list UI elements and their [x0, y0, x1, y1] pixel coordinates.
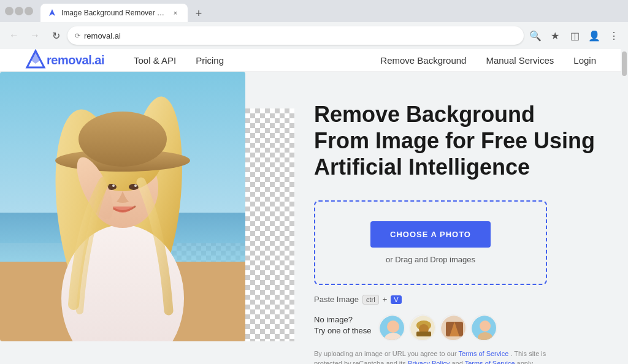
new-tab-button[interactable]: + — [190, 5, 207, 22]
thumb-2-svg — [410, 316, 436, 341]
bookmark-star-button[interactable]: ★ — [546, 26, 564, 45]
toolbar-actions: 🔍 ★ ◫ 👤 ⋮ — [526, 26, 623, 45]
svg-point-10 — [78, 112, 167, 167]
browser-titlebar: − □ × Image Background Remover | R... × … — [0, 0, 628, 22]
address-text: removal.ai — [84, 31, 516, 40]
hero-section: Remove Background From Image for Free Us… — [0, 72, 621, 364]
nav-manual-services[interactable]: Manual Services — [486, 55, 554, 66]
logo-text: removal.ai — [47, 53, 104, 67]
tab-close-button[interactable]: × — [170, 8, 180, 18]
v-key: V — [391, 295, 401, 304]
address-lock-icon: ⟳ — [75, 32, 80, 40]
extensions-button[interactable]: ◫ — [565, 26, 584, 45]
active-tab[interactable]: Image Background Remover | R... × — [40, 4, 188, 22]
tab-title: Image Background Remover | R... — [61, 9, 166, 17]
browser-frame: − □ × Image Background Remover | R... × … — [0, 0, 628, 364]
sample-images — [378, 314, 497, 341]
sample-row: No image? Try one of these — [314, 314, 596, 341]
terms-link-1[interactable]: Terms of Service — [458, 350, 508, 357]
svg-rect-22 — [416, 332, 431, 336]
try-one-text: Try one of these — [314, 325, 371, 336]
svg-point-13 — [112, 184, 115, 187]
thumb-1-svg — [380, 316, 405, 341]
nav-tool-api[interactable]: Tool & API — [134, 55, 176, 66]
forward-button[interactable]: → — [26, 26, 44, 45]
svg-point-14 — [134, 184, 137, 187]
hero-title: Remove Background From Image for Free Us… — [314, 101, 596, 181]
hero-image-area — [0, 72, 294, 341]
maximize-button[interactable]: □ — [15, 7, 23, 15]
page-with-scrollbar: removal.ai Tool & API Pricing Remove Bac… — [0, 49, 628, 364]
site-header: removal.ai Tool & API Pricing Remove Bac… — [0, 49, 621, 72]
sample-thumb-1[interactable] — [378, 314, 405, 341]
sample-thumb-4[interactable] — [470, 314, 497, 341]
nav-login[interactable]: Login — [573, 55, 596, 66]
logo-area: removal.ai — [25, 49, 104, 71]
menu-button[interactable]: ⋮ — [605, 26, 623, 45]
sample-thumb-2[interactable] — [409, 314, 436, 341]
svg-point-17 — [387, 320, 399, 333]
plus-sign: + — [383, 295, 388, 304]
browser-toolbar: ← → ↻ ⟳ removal.ai 🔍 ★ ◫ 👤 ⋮ — [0, 22, 628, 49]
privacy-link[interactable]: Privacy Policy — [408, 360, 450, 364]
back-button[interactable]: ← — [5, 26, 23, 45]
nav-remove-background[interactable]: Remove Background — [380, 55, 466, 66]
page-scroll-area: removal.ai Tool & API Pricing Remove Bac… — [0, 49, 621, 364]
choose-photo-button[interactable]: CHOOSE A PHOTO — [370, 221, 491, 248]
close-button[interactable]: × — [25, 7, 33, 15]
address-bar[interactable]: ⟳ removal.ai — [67, 26, 524, 45]
no-image-text: No image? — [314, 314, 371, 325]
tab-bar: Image Background Remover | R... × + — [40, 0, 207, 22]
header-right: Remove Background Manual Services Login — [380, 55, 596, 66]
search-button[interactable]: 🔍 — [526, 26, 545, 45]
logo-ai: .ai — [91, 53, 104, 67]
ctrl-key: ctrl — [362, 295, 379, 305]
hero-photo-svg — [0, 72, 245, 341]
profile-button[interactable]: 👤 — [585, 26, 603, 45]
svg-point-12 — [129, 184, 139, 190]
nav-pricing[interactable]: Pricing — [196, 55, 224, 66]
window-controls: − □ × — [5, 7, 33, 15]
logo-icon — [25, 49, 47, 71]
svg-point-26 — [480, 320, 491, 332]
drag-drop-text: or Drag and Drop images — [330, 255, 531, 264]
terms-link-2[interactable]: Terms of Service — [465, 360, 515, 364]
hero-photo — [0, 72, 245, 341]
minimize-button[interactable]: − — [5, 7, 13, 15]
thumb-3-svg — [441, 316, 467, 341]
disclaimer-text: By uploading an image or URL you agree t… — [314, 349, 547, 364]
hero-content: Remove Background From Image for Free Us… — [294, 72, 621, 364]
paste-label: Paste Image — [314, 295, 359, 304]
upload-area[interactable]: CHOOSE A PHOTO or Drag and Drop images — [314, 200, 547, 285]
sample-thumb-3[interactable] — [440, 314, 467, 341]
tab-favicon — [48, 9, 56, 17]
thumb-4-svg — [472, 316, 497, 341]
logo-removal: removal — [47, 53, 91, 67]
paste-image-row: Paste Image ctrl + V — [314, 295, 596, 305]
reload-button[interactable]: ↻ — [47, 26, 65, 45]
main-nav: Tool & API Pricing — [134, 55, 224, 66]
sample-text: No image? Try one of these — [314, 314, 371, 336]
scrollbar-thumb[interactable] — [622, 51, 627, 76]
scrollbar[interactable] — [621, 49, 628, 364]
